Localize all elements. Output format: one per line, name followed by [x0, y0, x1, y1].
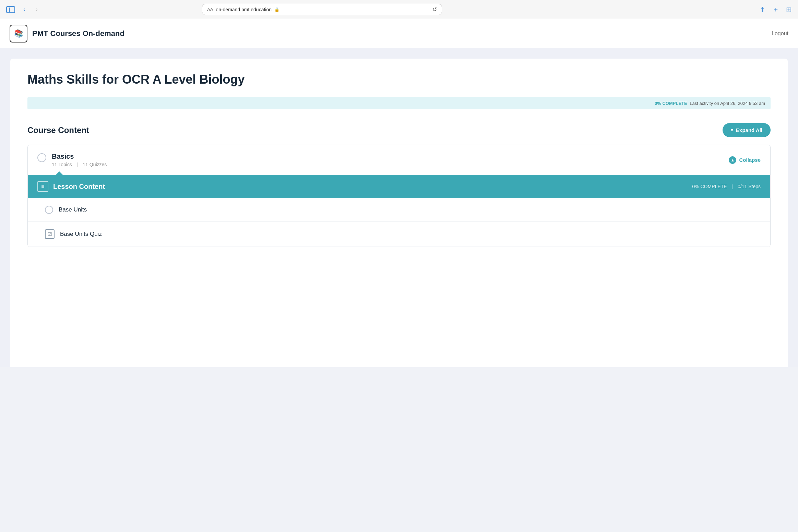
browser-chrome: ‹ › AA on-demand.pmt.education 🔒 ↺ ⬆ ＋ ⊞ [0, 0, 798, 19]
expand-all-label: Expand All [736, 127, 762, 133]
reload-button[interactable]: ↺ [432, 6, 437, 13]
logout-button[interactable]: Logout [772, 31, 788, 37]
lesson-item[interactable]: Base Units [28, 198, 770, 222]
collapse-label: Collapse [739, 157, 761, 163]
collapse-button[interactable]: ▲ Collapse [729, 156, 761, 164]
lesson-content-label: Lesson Content [53, 183, 105, 191]
section-completion-radio[interactable] [37, 153, 46, 162]
progress-percent: 0% COMPLETE [655, 101, 687, 106]
section-card: Basics 11 Topics | 11 Quizzes ▲ Collapse [27, 145, 771, 247]
topic-completion-radio[interactable] [45, 206, 53, 214]
lesson-steps: 0/11 Steps [738, 184, 761, 189]
last-activity-text: Last activity on April 26, 2024 9:53 am [690, 101, 765, 106]
share-icon[interactable]: ⬆ [760, 5, 765, 14]
browser-navigation: ‹ › [21, 6, 40, 13]
address-bar[interactable]: AA on-demand.pmt.education 🔒 ↺ [202, 4, 442, 15]
quiz-item-name: Base Units Quiz [60, 231, 102, 238]
site-logo: 📚 [10, 25, 27, 43]
collapse-arrow-icon: ▲ [729, 156, 736, 164]
expand-chevron-icon: ▾ [731, 128, 733, 133]
site-header: 📚 PMT Courses On-demand Logout [0, 19, 798, 48]
progress-label: 0% COMPLETE Last activity on April 26, 2… [655, 101, 765, 106]
quiz-item[interactable]: ☑ Base Units Quiz [28, 222, 770, 247]
progress-separator: | [732, 184, 733, 189]
site-logo-area: 📚 PMT Courses On-demand [10, 25, 124, 43]
section-name: Basics [52, 153, 107, 160]
lesson-items-list: Base Units ☑ Base Units Quiz [28, 198, 770, 247]
content-card: Maths Skills for OCR A Level Biology 0% … [10, 59, 788, 367]
lesson-content-icon: ≡ [37, 181, 48, 192]
lesson-progress-percent: 0% COMPLETE [692, 184, 727, 189]
topics-count: 11 Topics [52, 162, 72, 167]
section-header: Basics 11 Topics | 11 Quizzes ▲ Collapse [28, 145, 770, 175]
lock-icon: 🔒 [274, 7, 279, 12]
site-title: PMT Courses On-demand [32, 29, 124, 38]
section-meta: 11 Topics | 11 Quizzes [52, 162, 107, 167]
section-header-left: Basics 11 Topics | 11 Quizzes [37, 153, 107, 167]
tabs-icon[interactable]: ⊞ [786, 5, 792, 14]
course-content-header: Course Content ▾ Expand All [27, 123, 771, 137]
sidebar-toggle-icon[interactable] [6, 6, 15, 13]
lesson-content-left: ≡ Lesson Content [37, 181, 105, 192]
lesson-item-name: Base Units [59, 206, 87, 213]
quiz-icon: ☑ [45, 229, 55, 239]
course-content-title: Course Content [27, 125, 89, 135]
progress-bar-container: 0% COMPLETE Last activity on April 26, 2… [27, 97, 771, 109]
meta-separator: | [77, 162, 78, 167]
course-title: Maths Skills for OCR A Level Biology [27, 72, 771, 87]
new-tab-icon[interactable]: ＋ [772, 5, 779, 14]
forward-button[interactable]: › [33, 6, 40, 13]
url-text: on-demand.pmt.education [216, 7, 272, 12]
back-button[interactable]: ‹ [21, 6, 28, 13]
lesson-progress-info: 0% COMPLETE | 0/11 Steps [692, 184, 761, 189]
lesson-content-bar: ≡ Lesson Content 0% COMPLETE | 0/11 Step… [28, 175, 770, 198]
browser-actions: ⬆ ＋ ⊞ [760, 5, 792, 14]
aa-label: AA [207, 7, 213, 12]
section-info: Basics 11 Topics | 11 Quizzes [52, 153, 107, 167]
expand-all-button[interactable]: ▾ Expand All [723, 123, 771, 137]
page-background: Maths Skills for OCR A Level Biology 0% … [0, 48, 798, 367]
quizzes-count: 11 Quizzes [83, 162, 107, 167]
